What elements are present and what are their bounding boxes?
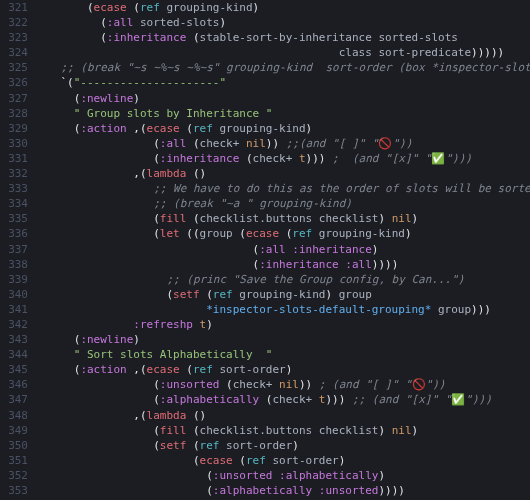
code-line[interactable]: class sort-predicate))))) — [34, 45, 530, 60]
token-emoji: 🚫 — [378, 137, 392, 150]
token-fn: ref — [193, 363, 213, 376]
code-line[interactable]: (:newline) — [34, 332, 530, 347]
token-pn: () — [186, 409, 206, 422]
code-line[interactable]: ;; (break "~a " grouping-kind) — [34, 196, 530, 211]
line-number: 329 — [0, 121, 34, 136]
token-sym: fill — [160, 212, 187, 225]
token-pn: ( — [186, 212, 199, 225]
code-line[interactable]: `("---------------------" — [34, 75, 530, 90]
token-sym: setf — [173, 288, 200, 301]
token-var: checklist.buttons — [200, 424, 313, 437]
line-number: 323 — [0, 30, 34, 45]
token-pn: ) — [339, 454, 346, 467]
token-sym: ecase — [147, 363, 180, 376]
token-sym: ecase — [246, 227, 279, 240]
token-pn: (( — [180, 227, 200, 240]
token-pn: ) — [133, 92, 140, 105]
code-area[interactable]: (ecase (ref grouping-kind) (:all sorted-… — [34, 0, 530, 498]
code-line[interactable]: ,(lambda () — [34, 408, 530, 423]
code-line[interactable]: ;; (princ "Save the Group config, by Can… — [34, 272, 530, 287]
code-line[interactable]: (:inheritance (stable-sort-by-inheritanc… — [34, 30, 530, 45]
token-pn: )) — [266, 137, 286, 150]
code-line[interactable]: (:newline) — [34, 91, 530, 106]
token-var: group — [339, 288, 372, 301]
code-line[interactable]: (:unsorted (check+ nil)) ; (and "[ ]" "🚫… — [34, 377, 530, 392]
code-line[interactable]: (:alphabetically :unsorted)))) — [34, 483, 530, 498]
token-pn: ) — [378, 212, 391, 225]
code-line[interactable]: (:all :inheritance) — [34, 242, 530, 257]
code-line[interactable]: " Group slots by Inheritance " — [34, 106, 530, 121]
line-number: 350 — [0, 438, 34, 453]
token-var: class — [339, 46, 372, 59]
code-line[interactable]: (ecase (ref sort-order) — [34, 453, 530, 468]
code-line[interactable]: (:action ,(ecase (ref sort-order) — [34, 362, 530, 377]
code-line[interactable]: (:alphabetically (check+ t))) ;; (and "[… — [34, 392, 530, 407]
token-cmt: ;; (princ "Save the Group config, by Can… — [166, 273, 464, 286]
code-line[interactable]: (:action ,(ecase (ref grouping-kind) — [34, 121, 530, 136]
token-var: sort-predicate — [378, 46, 471, 59]
token-var: sort-order — [272, 454, 338, 467]
code-line[interactable]: ;; We have to do this as the order of sl… — [34, 181, 530, 196]
code-line[interactable]: (:all sorted-slots) — [34, 15, 530, 30]
line-number: 324 — [0, 45, 34, 60]
token-pn: ))) — [471, 303, 491, 316]
line-number: 339 — [0, 272, 34, 287]
code-line[interactable]: (:inheritance (check+ t))) ; (and "[x]" … — [34, 151, 530, 166]
token-kw: :inheritance — [107, 31, 186, 44]
code-editor[interactable]: 3213223233243253263273283293303313323333… — [0, 0, 530, 500]
token-kw: :all — [345, 258, 372, 271]
token-pn: ) — [378, 424, 391, 437]
code-line[interactable]: " Sort slots Alphabetically " — [34, 347, 530, 362]
code-line[interactable]: (setf (ref grouping-kind) group — [34, 287, 530, 302]
token-pn: ( — [206, 484, 213, 497]
code-line[interactable]: (:all (check+ nil)) ;;(and "[ ]" "🚫")) — [34, 136, 530, 151]
token-var: check+ — [272, 393, 312, 406]
code-line[interactable]: (setf (ref sort-order) — [34, 438, 530, 453]
line-number: 346 — [0, 377, 34, 392]
token-pn: ( — [239, 152, 252, 165]
token-fn: ref — [140, 1, 160, 14]
token-pn: ( — [153, 212, 160, 225]
token-var: checklist.buttons — [200, 212, 313, 225]
code-line[interactable]: (let ((group (ecase (ref grouping-kind) — [34, 226, 530, 241]
token-str: " Sort slots Alphabetically " — [74, 348, 273, 361]
code-line[interactable]: (fill (checklist.buttons checklist) nil) — [34, 423, 530, 438]
token-pn: ) — [219, 16, 226, 29]
token-var: checklist — [319, 212, 379, 225]
code-line[interactable]: *inspector-slots-default-grouping* group… — [34, 302, 530, 317]
code-line[interactable]: ,(lambda () — [34, 166, 530, 181]
token-pn: ) — [405, 227, 412, 240]
token-pn: ( — [186, 137, 199, 150]
code-line[interactable]: (fill (checklist.buttons checklist) nil) — [34, 211, 530, 226]
line-number: 348 — [0, 408, 34, 423]
token-cmt: ;; (break "~s ~%~s ~%~s" grouping-kind s… — [61, 61, 531, 74]
token-pn — [312, 227, 319, 240]
token-fn: ref — [246, 454, 266, 467]
token-var: group — [438, 303, 471, 316]
token-pn: ,( — [133, 122, 146, 135]
code-line[interactable]: (:inheritance :all)))) — [34, 257, 530, 272]
token-sym: lambda — [147, 167, 187, 180]
code-line[interactable]: (ecase (ref grouping-kind) — [34, 0, 530, 15]
token-sym: ecase — [147, 122, 180, 135]
token-pn — [292, 152, 299, 165]
token-pn: ( — [193, 454, 200, 467]
token-pn — [239, 137, 246, 150]
line-number: 335 — [0, 211, 34, 226]
token-nil: nil — [392, 424, 412, 437]
token-pn: ( — [153, 152, 160, 165]
code-line[interactable]: ;; (break "~s ~%~s ~%~s" grouping-kind s… — [34, 60, 530, 75]
code-line[interactable]: :refreshp t) — [34, 317, 530, 332]
code-line[interactable]: (:unsorted :alphabetically) — [34, 468, 530, 483]
token-var: sorted-slots — [378, 31, 457, 44]
token-pn: ( — [153, 227, 160, 240]
token-cmt: ;;(and "[ ]" " — [286, 137, 379, 150]
token-pn: ) — [133, 333, 140, 346]
token-pn: ( — [153, 378, 160, 391]
token-kw: :all — [259, 243, 286, 256]
token-cmt: "))) — [465, 393, 492, 406]
token-cmt: ;; (break "~a " grouping-kind) — [153, 197, 352, 210]
token-kw: :inheritance — [292, 243, 371, 256]
token-kw: :action — [80, 122, 126, 135]
token-pn: ,( — [133, 167, 146, 180]
